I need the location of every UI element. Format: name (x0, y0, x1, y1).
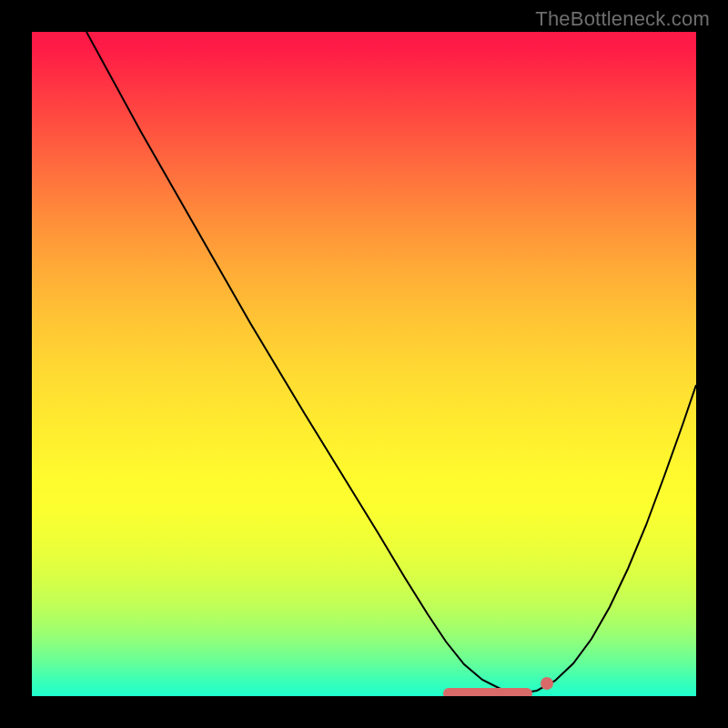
watermark: TheBottleneck.com (535, 7, 710, 31)
overlay-svg (32, 32, 696, 696)
min-plateau-marker (443, 688, 532, 696)
chart-frame: TheBottleneck.com (0, 0, 728, 728)
plot-area (32, 32, 696, 696)
bottleneck-curve (86, 32, 696, 693)
marker-dot (541, 677, 553, 690)
